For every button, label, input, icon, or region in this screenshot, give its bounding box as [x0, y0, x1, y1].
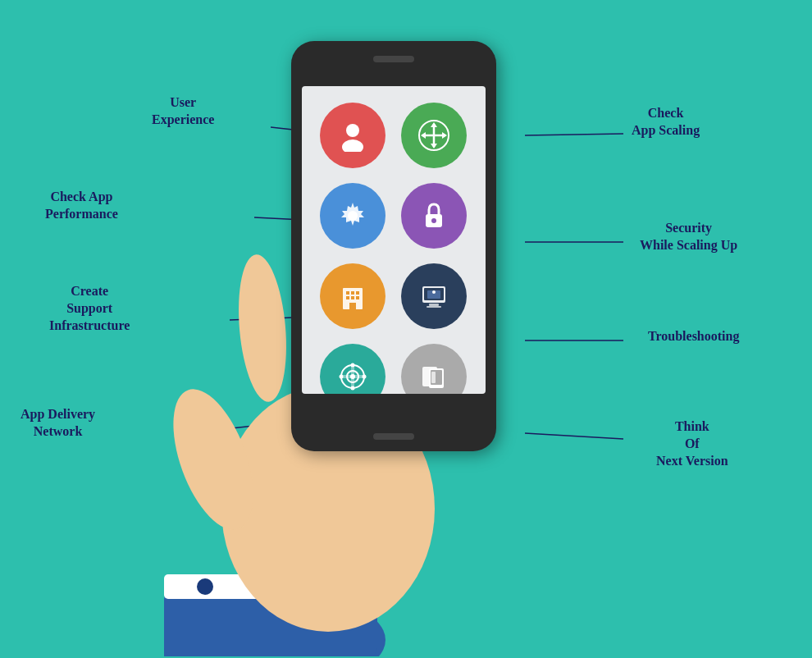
check-app-performance-label: Check AppPerformance — [45, 189, 118, 223]
phone-speaker-top — [373, 56, 414, 62]
svg-rect-36 — [356, 296, 359, 299]
svg-point-19 — [342, 139, 363, 152]
svg-marker-24 — [431, 144, 437, 149]
app-performance-icon — [320, 183, 385, 249]
svg-point-29 — [431, 218, 436, 223]
svg-rect-34 — [346, 296, 349, 299]
user-experience-label: UserExperience — [152, 94, 214, 129]
phone-body — [291, 41, 496, 451]
svg-point-52 — [363, 375, 367, 379]
phone-button-bottom — [373, 433, 414, 440]
svg-rect-33 — [356, 291, 359, 295]
svg-rect-31 — [346, 291, 349, 295]
svg-rect-56 — [431, 372, 436, 383]
svg-rect-41 — [427, 306, 441, 308]
support-infrastructure-icon — [320, 263, 385, 329]
svg-point-11 — [197, 578, 213, 595]
create-support-label: CreateSupportInfrastructure — [49, 283, 130, 334]
svg-point-43 — [432, 290, 436, 294]
check-app-scaling-label: CheckApp Scaling — [632, 105, 700, 139]
app-delivery-network-label: App DeliveryNetwork — [21, 406, 95, 441]
app-icons-grid — [302, 86, 486, 394]
svg-point-50 — [351, 386, 355, 391]
svg-point-51 — [340, 375, 344, 379]
svg-line-1 — [525, 134, 623, 135]
svg-rect-40 — [429, 304, 439, 306]
svg-point-14 — [233, 253, 291, 404]
app-scaling-icon — [401, 103, 467, 168]
think-of-next-version-label: ThinkOfNext Version — [656, 418, 728, 469]
svg-rect-32 — [351, 291, 354, 295]
user-experience-icon — [320, 103, 385, 168]
security-icon — [401, 183, 467, 249]
svg-rect-37 — [349, 303, 356, 309]
svg-rect-35 — [351, 296, 354, 299]
app-delivery-network-icon — [320, 344, 385, 394]
svg-point-49 — [351, 363, 355, 368]
svg-marker-23 — [431, 122, 437, 127]
troubleshooting-icon — [401, 263, 467, 329]
security-while-scaling-label: SecurityWhile Scaling Up — [640, 220, 737, 254]
troubleshooting-label: Troubleshooting — [648, 328, 739, 345]
svg-point-18 — [346, 124, 359, 137]
svg-point-48 — [350, 374, 355, 379]
svg-marker-25 — [421, 132, 426, 139]
phone-screen — [302, 86, 486, 394]
next-version-icon — [401, 344, 467, 394]
svg-marker-26 — [442, 132, 447, 139]
